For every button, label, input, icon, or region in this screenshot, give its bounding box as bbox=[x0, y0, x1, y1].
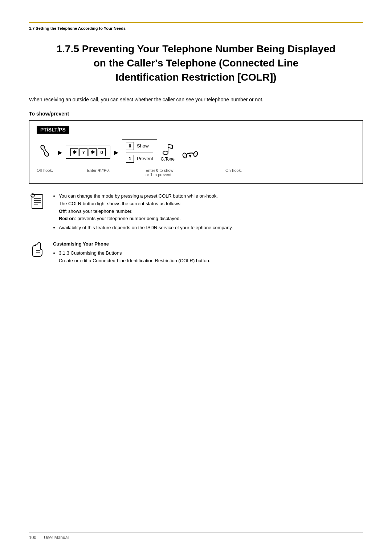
note-icon bbox=[29, 193, 47, 211]
note-block: You can change the mode by pressing a pr… bbox=[29, 193, 363, 233]
intro-paragraph: When receiving an outside call, you can … bbox=[29, 96, 363, 104]
arrow-2: ▶ bbox=[114, 149, 118, 156]
note-off-label: Off: shows your telephone number. bbox=[59, 208, 132, 214]
offhook-phone-icon bbox=[37, 143, 53, 162]
music-note-icon bbox=[162, 143, 173, 155]
customising-block: Customising Your Phone 3.1.3 Customising… bbox=[29, 240, 363, 264]
note-item-2: Availability of this feature depends on … bbox=[59, 225, 233, 230]
note-content: You can change the mode by pressing a pr… bbox=[53, 193, 233, 233]
arrow-1: ▶ bbox=[58, 149, 62, 156]
footer: 100 User Manual bbox=[29, 532, 363, 540]
key-star2: ✱ bbox=[89, 148, 97, 156]
top-bar: 1.7 Setting the Telephone According to Y… bbox=[29, 22, 363, 31]
prevent-row: 1 Prevent bbox=[126, 155, 153, 163]
ctone-label: C.Tone bbox=[161, 157, 175, 162]
diagram-row: ▶ ✱ 7 ✱ 0 ▶ 0 Show bbox=[37, 139, 355, 165]
caption-enter-detail: Enter 0 to showor 1 to prevent. bbox=[146, 168, 204, 177]
svg-line-6 bbox=[168, 144, 172, 145]
show-label: Show bbox=[137, 143, 149, 149]
key-sequence: ✱ 7 ✱ 0 bbox=[66, 146, 110, 159]
divider bbox=[126, 152, 153, 153]
customising-item: 3.1.3 Customising the Buttons bbox=[59, 250, 122, 256]
prevent-label: Prevent bbox=[137, 156, 153, 161]
caption-enter: Enter ✱7✱0. bbox=[73, 168, 124, 173]
note-item-1-bullet: You can change the mode by pressing a pr… bbox=[59, 193, 218, 199]
customising-heading: Customising Your Phone bbox=[53, 240, 211, 248]
customising-content: Customising Your Phone 3.1.3 Customising… bbox=[53, 240, 211, 264]
num-1-box: 1 bbox=[126, 155, 134, 163]
section-heading: To show/prevent bbox=[29, 111, 363, 117]
svg-point-10 bbox=[193, 151, 198, 157]
svg-marker-11 bbox=[189, 155, 192, 158]
svg-point-4 bbox=[163, 151, 168, 155]
key-star1: ✱ bbox=[70, 148, 78, 156]
breadcrumb: 1.7 Setting the Telephone According to Y… bbox=[29, 26, 126, 31]
page: 1.7 Setting the Telephone According to Y… bbox=[0, 0, 392, 555]
svg-point-9 bbox=[182, 153, 187, 159]
customising-icon bbox=[29, 240, 47, 259]
pt-label: PT/SLT/PS bbox=[37, 126, 69, 134]
note-item-1-sub: The COLR button light shows the current … bbox=[59, 201, 181, 206]
customising-detail: Create or edit a Connected Line Identifi… bbox=[59, 258, 211, 263]
caption-onhook: On-hook. bbox=[225, 168, 242, 173]
onhook-phone-icon bbox=[181, 145, 199, 160]
show-prevent-selector: 0 Show 1 Prevent bbox=[122, 139, 157, 165]
caption-offhook: Off-hook. bbox=[37, 168, 66, 173]
key-7: 7 bbox=[79, 148, 87, 156]
show-row: 0 Show bbox=[126, 142, 149, 150]
note-redon-label: Red on: prevents your telephone number b… bbox=[59, 216, 181, 221]
footer-divider bbox=[40, 535, 40, 540]
diagram-box: PT/SLT/PS ▶ ✱ 7 bbox=[29, 120, 363, 184]
ctone-area: C.Tone bbox=[161, 143, 175, 162]
svg-line-8 bbox=[168, 147, 172, 149]
footer-label: User Manual bbox=[44, 535, 69, 540]
diagram-captions: Off-hook. Enter ✱7✱0. Enter 0 to showor … bbox=[37, 168, 355, 177]
page-title: 1.7.5 Preventing Your Telephone Number B… bbox=[29, 42, 363, 85]
num-0-box: 0 bbox=[126, 142, 134, 150]
footer-page-number: 100 bbox=[29, 535, 36, 540]
key-0: 0 bbox=[98, 148, 106, 156]
